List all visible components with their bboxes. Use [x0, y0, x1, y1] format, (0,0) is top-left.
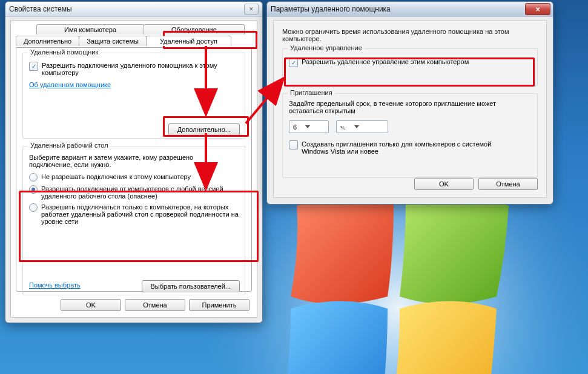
window-title: Параметры удаленного помощника [271, 5, 391, 13]
advanced-button[interactable]: Дополнительно... [168, 123, 240, 136]
cancel-button[interactable]: Отмена [125, 299, 185, 311]
close-icon[interactable]: ✕ [525, 3, 550, 15]
window-body: Имя компьютера Оборудование Дополнительн… [10, 20, 257, 318]
tab-hardware[interactable]: Оборудование [144, 24, 245, 34]
chevron-down-icon [305, 125, 310, 128]
group-title: Удаленный помощник [28, 48, 101, 56]
allow-remote-assistant-label: Разрешить подключения удаленного помощни… [42, 62, 230, 76]
cancel-button[interactable]: Отмена [478, 178, 538, 190]
rd-option-any-radio[interactable] [29, 185, 38, 194]
group-title: Удаленный рабочий стол [28, 142, 111, 149]
window-title: Свойства системы [9, 5, 72, 13]
vista-only-checkbox[interactable]: ✓ [289, 140, 298, 149]
group-title: Удаленное управление [288, 44, 365, 51]
tab-remote-access[interactable]: Удаленный доступ [146, 36, 231, 46]
ok-button[interactable]: OK [61, 299, 121, 311]
select-value: 6 [293, 123, 297, 131]
invitation-time-unit-select[interactable]: ч. [336, 120, 388, 133]
tab-computer-name[interactable]: Имя компьютера [36, 24, 144, 34]
remote-assistant-settings-window: Параметры удаленного помощника ✕ Можно о… [266, 1, 553, 205]
remote-control-group: Удаленное управление ✓ Разрешить удаленн… [282, 48, 538, 86]
invitations-group: Приглашения Задайте предельный срок, в т… [282, 93, 538, 178]
allow-remote-control-checkbox[interactable]: ✓ [289, 58, 298, 67]
group-title: Приглашения [288, 89, 335, 96]
rd-option-nla-radio[interactable] [29, 203, 38, 212]
system-properties-window: Свойства системы ✕ Имя компьютера Оборуд… [5, 1, 263, 323]
close-icon[interactable]: ✕ [244, 4, 259, 15]
chevron-down-icon [354, 125, 359, 128]
tab-system-protection[interactable]: Защита системы [79, 36, 147, 46]
ok-button[interactable]: OK [414, 178, 474, 190]
allow-remote-control-label: Разрешить удаленное управление этим комп… [302, 58, 469, 65]
help-choose-link[interactable]: Помочь выбрать [29, 281, 81, 289]
intro-text: Можно ограничить время использования уда… [282, 28, 537, 42]
allow-remote-assistant-checkbox[interactable]: ✓ [29, 62, 38, 71]
invitations-instruction: Задайте предельный срок, в течение котор… [289, 100, 531, 114]
rd-option-nla-label: Разрешить подключаться только с компьюте… [41, 203, 239, 225]
invitation-time-value-select[interactable]: 6 [289, 120, 329, 133]
rd-option-any-label: Разрешать подключения от компьютеров с л… [41, 185, 239, 200]
remote-assistant-group: Удаленный помощник ✓ Разрешить подключен… [22, 53, 245, 139]
vista-only-label: Создавать приглашения только для компьют… [302, 140, 520, 155]
rd-option-none-radio[interactable] [29, 173, 38, 182]
rd-option-none-label: Не разрешать подключения к этому компьют… [41, 173, 191, 180]
about-remote-assistant-link[interactable]: Об удаленном помощнике [29, 81, 111, 88]
apply-button[interactable]: Применить [189, 299, 249, 311]
tab-advanced[interactable]: Дополнительно [16, 36, 79, 46]
titlebar[interactable]: Свойства системы ✕ [5, 2, 262, 17]
remote-desktop-instruction: Выберите вариант и затем укажите, кому р… [29, 154, 229, 168]
remote-desktop-group: Удаленный рабочий стол Выберите вариант … [22, 146, 245, 295]
select-users-button[interactable]: Выбрать пользователей... [142, 280, 240, 292]
titlebar[interactable]: Параметры удаленного помощника ✕ [267, 2, 553, 17]
select-value: ч. [340, 123, 346, 131]
